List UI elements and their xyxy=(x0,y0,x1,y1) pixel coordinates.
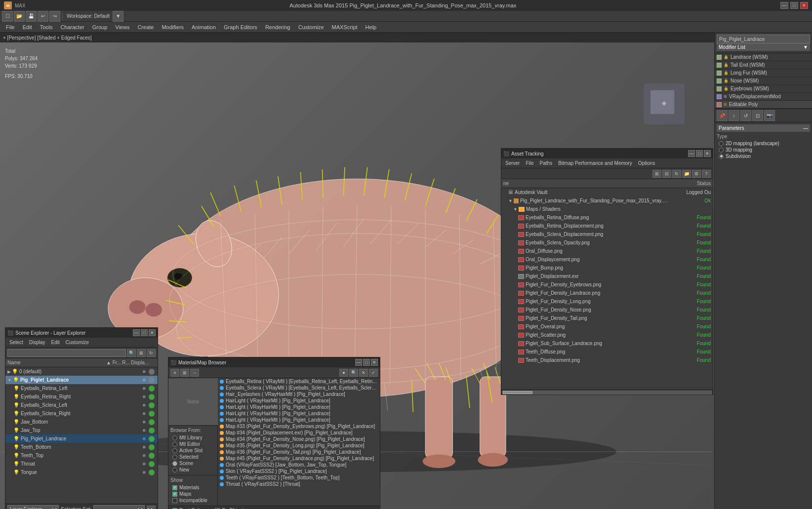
se-close-btn[interactable]: ✕ xyxy=(149,329,156,336)
at-close-btn[interactable]: ✕ xyxy=(704,150,711,157)
se-expand-pig-root[interactable]: ▼ xyxy=(7,378,12,383)
workspace-dropdown[interactable]: ▼ xyxy=(113,11,123,22)
pin-icon[interactable]: 📌 xyxy=(717,110,728,121)
mb-check-icon[interactable]: ✓ xyxy=(369,369,378,377)
at-item-maps-folder[interactable]: ▼ Maps / Shaders xyxy=(501,205,713,213)
modifier-item-2[interactable]: 🔒 Long Fur (WSM) xyxy=(715,69,812,77)
se-item-jaw-bottom[interactable]: 💡 Jaw_Bottom ❄ xyxy=(5,418,158,426)
mb-item-8[interactable]: Map #34 (Piglet_Displacement.exr) [Pig_P… xyxy=(218,430,380,436)
at-remove-icon[interactable]: ⊟ xyxy=(662,170,671,178)
menu-views[interactable]: Views xyxy=(111,23,133,31)
modifier-item-0[interactable]: 🔒 Landrace (WSM) xyxy=(715,53,812,61)
se-item-eyeballs-retina-right[interactable]: 💡 Eyeballs_Retina_Right ❄ xyxy=(5,392,158,401)
params-minus[interactable]: — xyxy=(803,125,808,131)
mb-item-6[interactable]: HairLight ( VRayHairMtl ) [Pig_Piglet_La… xyxy=(218,417,380,423)
close-button[interactable]: ✕ xyxy=(800,2,808,9)
mb-radio-selected[interactable] xyxy=(172,455,177,460)
mb-item-5[interactable]: HairLight ( VRayHairMtl ) [Pig_Piglet_La… xyxy=(218,410,380,417)
se-menu-customize[interactable]: Customize xyxy=(64,339,91,346)
se-layer-dropdown[interactable]: Layer Explorer xyxy=(7,505,59,509)
at-item-20[interactable]: Teeth_Displacement.png Found xyxy=(501,356,713,364)
mb-grid-icon[interactable]: ⊞ xyxy=(180,369,189,377)
at-scroll-track[interactable] xyxy=(502,391,712,394)
menu-tools[interactable]: Tools xyxy=(36,23,57,31)
at-item-5[interactable]: Eyeballs_Sclera_Displacement.png Found xyxy=(501,230,713,238)
rotate-icon[interactable]: ↺ xyxy=(740,110,751,121)
camera-icon[interactable]: 📷 xyxy=(764,110,775,121)
mb-browse-selected[interactable]: Selected xyxy=(170,454,215,460)
mb-check-incompatible[interactable] xyxy=(172,498,177,503)
se-item-teeth-top[interactable]: 💡 Teeth_Top ❄ xyxy=(5,451,158,460)
at-item-8[interactable]: Oral_Displaycement.png Found xyxy=(501,255,713,264)
se-options-icon[interactable]: ▶▶ xyxy=(147,506,156,509)
at-maximize-btn[interactable]: □ xyxy=(696,150,703,157)
se-vis-err[interactable] xyxy=(149,394,155,400)
mb-radio-mtl-library[interactable] xyxy=(172,435,177,440)
mb-search-icon[interactable]: 🔍 xyxy=(349,369,358,377)
mb-item-4[interactable]: HairLight ( VRayHairMtl ) [Pig_Piglet_La… xyxy=(218,404,380,410)
menu-rendering[interactable]: Rendering xyxy=(261,23,294,31)
se-minimize-btn[interactable]: — xyxy=(133,329,140,336)
radio-dot-3d[interactable] xyxy=(719,148,724,153)
mb-browse-new[interactable]: New xyxy=(170,467,215,473)
at-content[interactable]: 🏛 Autodesk Vault Logged Ou ▼ Pig_Piglet_… xyxy=(501,188,713,390)
at-item-4[interactable]: Eyeballs_Retina_Displacement.png Found xyxy=(501,222,713,230)
mb-item-9[interactable]: Map #34 (Piglet_Fur_Density_Nose.png) [P… xyxy=(218,436,380,442)
se-item-default[interactable]: ▶ 💡 0 (default) ❄ xyxy=(5,367,158,376)
mb-show-incompatible[interactable]: Incompatible xyxy=(170,497,215,504)
move-icon[interactable]: ↕ xyxy=(729,110,739,121)
object-name-input[interactable] xyxy=(717,35,810,43)
at-menu-paths[interactable]: Paths xyxy=(538,160,555,166)
maximize-button[interactable]: □ xyxy=(790,2,798,9)
se-content[interactable]: ▶ 💡 0 (default) ❄ ▼ 💡 Pig_Piglet_Landrac… xyxy=(5,367,158,504)
se-item-pig-root[interactable]: ▼ 💡 Pig_Piglet_Landrace ❄ xyxy=(5,376,158,384)
radio-2d-mapping[interactable]: 2D mapping (landscape) xyxy=(719,141,810,146)
at-menu-server[interactable]: Server xyxy=(503,160,522,166)
mb-arrow-icon[interactable]: → xyxy=(190,369,199,377)
se-vis-th[interactable] xyxy=(149,461,155,467)
mb-item-15[interactable]: Teeth ( VRayFastSSS2 ) [Teeth_Bottom, Te… xyxy=(218,474,380,481)
se-maximize-btn[interactable]: □ xyxy=(141,329,148,336)
at-item-6[interactable]: Eyeballs_Sclera_Opacity.png Found xyxy=(501,238,713,247)
mb-delete-icon[interactable]: ✕ xyxy=(359,369,368,377)
se-item-eyeballs-sclera-right[interactable]: 💡 Eyeballs_Sclera_Right ❄ xyxy=(5,409,158,418)
modifier-item-4[interactable]: 🔒 Eyebrows (WSM) xyxy=(715,85,812,93)
mb-browse-active-slot[interactable]: Active Slot xyxy=(170,447,215,454)
mb-item-13[interactable]: Oral (VRayFastSSS2) [Jaw_Bottom, Jaw_Top… xyxy=(218,462,380,468)
menu-animation[interactable]: Animation xyxy=(188,23,220,31)
mb-item-12[interactable]: Map #45 (Piglet_Fur_Density_Landrace.png… xyxy=(218,455,380,462)
mb-item-list[interactable]: Eyeballs_Retina ( VRayMtl ) [Eyeballs_Re… xyxy=(218,378,380,506)
menu-modifiers[interactable]: Modifiers xyxy=(158,23,188,31)
at-menu-bitmap-perf[interactable]: Bitmap Performance and Memory xyxy=(556,160,634,166)
se-vis-ppc[interactable] xyxy=(149,436,155,442)
mb-show-materials[interactable]: ✓ Materials xyxy=(170,484,215,491)
se-menu-display[interactable]: Display xyxy=(27,339,47,346)
mb-browse-mtl-library[interactable]: Mtl Library xyxy=(170,434,215,441)
menu-graph-editors[interactable]: Graph Editors xyxy=(220,23,261,31)
mb-item-1[interactable]: Eyeballs_Sclera ( VRayMtl ) [Eyeballs_Sc… xyxy=(218,385,380,391)
modifier-list-label[interactable]: Modifier List ▼ xyxy=(717,43,810,51)
at-item-14[interactable]: Piglet_Fur_Density_Nose.png Found xyxy=(501,306,713,314)
radio-subdivision[interactable]: Subdivision xyxy=(719,154,810,159)
mb-item-16[interactable]: Throat ( VRayFastSSS2 ) [Throat] xyxy=(218,481,380,487)
at-item-19[interactable]: Teeth_Diffuse.png Found xyxy=(501,348,713,356)
se-item-pig-piglet-child[interactable]: 💡 Pig_Piglet_Landrace ❄ xyxy=(5,434,158,443)
modifier-item-5[interactable]: ⊞ VRayDisplacementMod xyxy=(715,93,812,101)
mb-check-materials[interactable]: ✓ xyxy=(172,485,177,490)
mb-footer-root-only[interactable]: ✓ Root Only xyxy=(170,507,203,509)
mb-radio-new[interactable] xyxy=(172,468,177,472)
se-vis-esl[interactable] xyxy=(149,402,155,408)
at-item-16[interactable]: Piglet_Overal.png Found xyxy=(501,322,713,331)
at-folder-icon[interactable]: 📁 xyxy=(682,170,691,178)
at-item-max-file[interactable]: ▼ Pig_Piglet_Landrace_with_Fur_Standing_… xyxy=(501,196,713,205)
mb-item-11[interactable]: Map #36 (Piglet_Fur_Density_Tail.png) [P… xyxy=(218,449,380,455)
se-filter-icon[interactable]: ⊞ xyxy=(137,349,146,357)
at-expand-max[interactable]: ▼ xyxy=(508,198,513,203)
menu-create[interactable]: Create xyxy=(133,23,158,31)
menu-customize[interactable]: Customize xyxy=(294,23,328,31)
se-item-eyeballs-retina-left[interactable]: 💡 Eyeballs_Retina_Left ❄ xyxy=(5,384,158,392)
mb-radio-active-slot[interactable] xyxy=(172,448,177,453)
se-vis-jt[interactable] xyxy=(149,428,155,433)
se-item-eyeballs-sclera-left[interactable]: 💡 Eyeballs_Sclera_Left ❄ xyxy=(5,401,158,409)
redo-button[interactable]: ↪ xyxy=(49,11,60,22)
